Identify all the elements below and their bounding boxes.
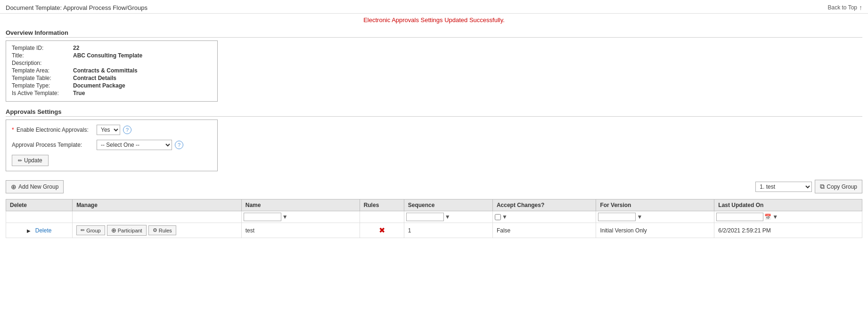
lastupdated-calendar-icon[interactable]: 📅 [764, 214, 771, 220]
accept-changes-cell: False [492, 223, 596, 238]
overview-row-area: Template Area: Contracts & Committals [12, 67, 212, 74]
template-type-label: Template Type: [12, 82, 73, 89]
add-new-group-button[interactable]: ⊕ Add New Group [6, 180, 64, 193]
overview-box: Template ID: 22 Title: ABC Consulting Te… [6, 40, 218, 102]
copy-group-select[interactable]: 1. test [755, 182, 812, 192]
template-id-label: Template ID: [12, 45, 73, 51]
template-table-label: Template Table: [12, 75, 73, 81]
copy-group-button[interactable]: ⧉ Copy Group [815, 180, 862, 193]
process-template-help-icon[interactable]: ? [175, 141, 183, 149]
row-name-value: test [246, 227, 254, 234]
enable-approvals-control: Yes No ? [97, 125, 131, 135]
rules-button[interactable]: ⚙ Rules [148, 225, 176, 235]
filter-name-cell: ▼ [241, 211, 360, 223]
data-table: Delete Manage Name Rules Sequence Accept… [6, 199, 862, 238]
lastupdated-filter-input[interactable] [716, 213, 763, 221]
version-filter-wrap: ▼ [598, 213, 712, 221]
copy-group-copy-icon: ⧉ [820, 183, 825, 191]
filter-lastupdated-cell: 📅 ▼ [714, 211, 862, 223]
sequence-filter-icon[interactable]: ▼ [445, 214, 450, 220]
update-pencil-icon: ✏ [18, 158, 22, 164]
template-table-value: Contract Details [73, 75, 116, 81]
process-template-row: Approval Process Template: -- Select One… [12, 140, 212, 150]
col-header-name: Name [241, 199, 360, 211]
enable-approvals-label: * Enable Electronic Approvals: [12, 127, 97, 133]
template-id-value: 22 [73, 45, 79, 51]
accept-filter-icon[interactable]: ▼ [502, 214, 508, 220]
last-updated-cell: 6/2/2021 2:59:21 PM [714, 223, 862, 238]
group-button[interactable]: ✏ Group [76, 225, 105, 235]
title-value: ABC Consulting Template [73, 52, 142, 59]
filter-version-cell: ▼ [596, 211, 714, 223]
name-filter-icon[interactable]: ▼ [282, 214, 288, 220]
back-to-top-label: Back to Top [828, 4, 857, 11]
name-cell: test [241, 223, 360, 238]
rules-x-icon: ✖ [379, 226, 385, 234]
template-area-value: Contracts & Committals [73, 67, 138, 74]
approvals-box: * Enable Electronic Approvals: Yes No ? … [6, 120, 218, 171]
col-header-last-updated: Last Updated On [714, 199, 862, 211]
col-header-accept-changes: Accept Changes? [492, 199, 596, 211]
group-pencil-icon: ✏ [81, 227, 85, 233]
required-star: * [12, 127, 14, 133]
participant-plus-icon: ⊕ [111, 227, 116, 234]
filter-accept-cell: ▼ [492, 211, 596, 223]
col-header-for-version: For Version [596, 199, 714, 211]
filter-row: ▼ ▼ ▼ [6, 211, 862, 223]
participant-button-label: Participant [118, 228, 142, 233]
table-header-row: Delete Manage Name Rules Sequence Accept… [6, 199, 862, 211]
main-content: Overview Information Template ID: 22 Tit… [0, 25, 868, 242]
overview-row-title: Title: ABC Consulting Template [12, 52, 212, 59]
process-template-select[interactable]: -- Select One -- [97, 140, 172, 150]
name-filter-input[interactable] [244, 213, 281, 221]
rules-cell: ✖ [360, 223, 404, 238]
is-active-value: True [73, 90, 85, 96]
approvals-section-title: Approvals Settings [6, 108, 862, 117]
update-button[interactable]: ✏ Update [12, 155, 49, 166]
name-filter-wrap: ▼ [244, 213, 358, 221]
delete-link[interactable]: Delete [35, 227, 52, 234]
process-template-label: Approval Process Template: [12, 142, 97, 148]
lastupdated-filter-icon[interactable]: ▼ [772, 214, 778, 220]
manage-cell: ✏ Group ⊕ Participant ⚙ Rules [73, 223, 242, 238]
title-label: Title: [12, 52, 73, 59]
template-area-label: Template Area: [12, 67, 73, 74]
lastupdated-filter-wrap: 📅 ▼ [716, 213, 860, 221]
sequence-filter-input[interactable] [406, 213, 444, 221]
sequence-value: 1 [408, 227, 411, 234]
back-to-top-link[interactable]: Back to Top ↑ [828, 4, 862, 11]
row-expand-icon[interactable]: ▶ [27, 228, 31, 233]
accept-filter-checkbox[interactable] [495, 214, 501, 220]
is-active-label: Is Active Template: [12, 90, 73, 96]
filter-sequence-cell: ▼ [404, 211, 492, 223]
page-title: Document Template: Approval Process Flow… [6, 4, 147, 11]
enable-approvals-help-icon[interactable]: ? [123, 126, 131, 134]
version-filter-icon[interactable]: ▼ [637, 214, 642, 220]
col-header-rules: Rules [360, 199, 404, 211]
up-arrow-icon: ↑ [859, 4, 862, 11]
table-row: ▶ Delete ✏ Group ⊕ Participant [6, 223, 862, 238]
participant-button[interactable]: ⊕ Participant [107, 225, 147, 236]
filter-manage-cell [73, 211, 242, 223]
copy-group-area: 1. test ⧉ Copy Group [755, 180, 862, 193]
accept-changes-value: False [497, 227, 510, 234]
col-header-delete: Delete [6, 199, 73, 211]
rules-button-label: Rules [159, 228, 172, 233]
template-type-value: Document Package [73, 82, 125, 89]
accept-filter-wrap: ▼ [495, 214, 594, 220]
enable-approvals-row: * Enable Electronic Approvals: Yes No ? [12, 125, 212, 135]
sequence-filter-wrap: ▼ [406, 213, 491, 221]
col-header-manage: Manage [73, 199, 242, 211]
action-bar: ⊕ Add New Group 1. test ⧉ Copy Group [6, 178, 862, 195]
enable-approvals-select[interactable]: Yes No [97, 125, 120, 135]
overview-row-description: Description: [12, 60, 212, 66]
success-message: Electronic Approvals Settings Updated Su… [0, 14, 868, 25]
page-header: Document Template: Approval Process Flow… [0, 0, 868, 14]
for-version-cell: Initial Version Only [596, 223, 714, 238]
rules-gear-icon: ⚙ [153, 227, 157, 233]
filter-rules-cell [360, 211, 404, 223]
expand-delete-cell: ▶ Delete [6, 223, 73, 238]
col-header-sequence: Sequence [404, 199, 492, 211]
group-button-label: Group [86, 228, 101, 233]
version-filter-input[interactable] [598, 213, 636, 221]
